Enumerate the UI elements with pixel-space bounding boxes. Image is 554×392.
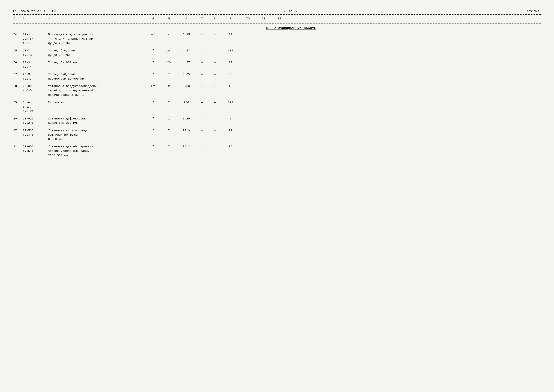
row-price: 9,25 (177, 116, 196, 121)
row-qty: 24 (161, 48, 177, 53)
row-price: 4,57 (177, 60, 196, 65)
row-qty: 2 (161, 84, 177, 89)
table-row: I7.20-3 т.I-IТо же, б=0,5 мм периметром … (13, 72, 541, 81)
row-c10 (240, 144, 256, 145)
row-price: 4,87 (177, 48, 196, 53)
header-right: 22510-04 (526, 10, 541, 13)
row-total: 2I (221, 32, 240, 37)
row-c11 (256, 144, 271, 145)
row-c8: — (208, 32, 221, 37)
table-row: I8.20-396 т.6-5Установка воздухораспреде… (13, 84, 541, 98)
row-total: I9 (221, 84, 240, 89)
row-desc: Установка узла прохода вытяжных вентшахт… (47, 128, 145, 142)
row-c12 (271, 128, 287, 129)
row-num: I9. (13, 100, 22, 105)
row-qty: 4 (161, 32, 177, 37)
header: ТП 400-0-27.85 Ал. IV - 41 - 22510-04 (13, 9, 541, 14)
header-left: ТП 400-0-27.85 Ал. IV (13, 10, 56, 13)
row-desc: Установка дверей гермети- ческих утеплен… (47, 144, 145, 158)
row-c11 (256, 100, 271, 101)
row-unit: " (145, 60, 161, 65)
row-c7: — (196, 128, 208, 133)
row-c11 (256, 84, 271, 84)
row-c12 (271, 60, 287, 61)
row-total: 9 (221, 116, 240, 121)
row-code: 20-526 т.I2-I (22, 116, 47, 126)
section-title: П. Вентиляционные работы (41, 26, 541, 30)
row-total: II7 (221, 48, 240, 53)
row-c8: — (208, 100, 221, 105)
table-row: I6.20-9 т.I-4То же, Ду 800 мм"204,57——9I (13, 60, 541, 70)
row-code: 20-9 т.I-4 (22, 60, 47, 70)
row-c7: — (196, 84, 208, 89)
row-c11 (256, 72, 271, 73)
row-c7: — (196, 48, 208, 53)
row-desc: Стоимость (47, 100, 145, 105)
row-c8: — (208, 72, 221, 77)
row-c10 (240, 116, 256, 117)
column-headers: I 2 3 4 5 6 7 8 9 IO II I2 (13, 16, 541, 22)
col-header-6: 6 (177, 16, 196, 21)
row-price: I6,2 (177, 144, 196, 149)
table-body: I4.20-2 эсн-84 т.I-IПрокладка воздуховод… (13, 32, 541, 158)
row-unit: " (145, 72, 161, 77)
row-qty: 20 (161, 60, 177, 65)
row-num: 22. (13, 144, 22, 149)
row-c12 (271, 100, 287, 101)
col-header-2: 2 (22, 16, 47, 21)
row-c7: — (196, 32, 208, 37)
row-unit: м2 (145, 32, 161, 37)
row-total: 9I (221, 60, 240, 65)
row-c10 (240, 60, 256, 61)
row-code: 20-7 т.I-3 (22, 48, 47, 58)
row-c10 (240, 128, 256, 129)
row-c12 (271, 116, 287, 117)
row-code: 20-396 т.6-5 (22, 84, 47, 93)
row-desc: То же, б=0,7 мм Ду до 630 мм (47, 48, 145, 58)
row-qty: I (161, 116, 177, 121)
row-num: I4. (13, 32, 22, 37)
row-c7: — (196, 100, 208, 105)
row-c12 (271, 144, 287, 145)
row-unit: " (145, 116, 161, 121)
row-unit: " (145, 128, 161, 133)
row-c10 (240, 32, 256, 33)
row-total: I6 (221, 144, 240, 149)
row-c10 (240, 72, 256, 73)
col-header-5: 5 (161, 16, 177, 21)
row-qty: I (161, 72, 177, 77)
row-total: I2 (221, 128, 240, 133)
row-price: 5,35 (177, 32, 196, 37)
row-code: 20-656 т.I5-I (22, 144, 47, 154)
col-header-10: IO (240, 16, 256, 21)
row-unit: " (145, 100, 161, 105)
row-price: 5,35 (177, 72, 196, 77)
table-row: I5.20-7 т.I-3То же, б=0,7 мм Ду до 630 м… (13, 48, 541, 58)
row-c8: — (208, 48, 221, 53)
row-total: 5 (221, 72, 240, 77)
top-dashed-line (13, 14, 541, 15)
row-c7: — (196, 144, 208, 149)
row-num: I6. (13, 60, 22, 65)
row-desc: То же, Ду 800 мм (47, 60, 145, 65)
table-row: I4.20-2 эсн-84 т.I-IПрокладка воздуховод… (13, 32, 541, 46)
row-qty: I (161, 144, 177, 149)
row-num: I5. (13, 48, 22, 53)
col-header-8: 8 (208, 16, 221, 21)
row-c12 (271, 48, 287, 49)
row-num: 20. (13, 116, 22, 121)
row-qty: I (161, 128, 177, 133)
table-row: I9.Пр-нт В I/7 п.2-049Стоимость"2286——57… (13, 100, 541, 114)
row-c8: — (208, 84, 221, 89)
row-c8: — (208, 128, 221, 133)
row-c12 (271, 84, 287, 84)
table-row: 22.20-656 т.I5-IУстановка дверей гермети… (13, 144, 541, 158)
col-header-7: 7 (196, 16, 208, 21)
row-unit: " (145, 48, 161, 53)
row-c12 (271, 72, 287, 73)
row-total: 572 (221, 100, 240, 105)
row-num: 2I. (13, 128, 22, 133)
row-c7: — (196, 116, 208, 121)
row-num: I8. (13, 84, 22, 89)
row-c7: — (196, 60, 208, 65)
